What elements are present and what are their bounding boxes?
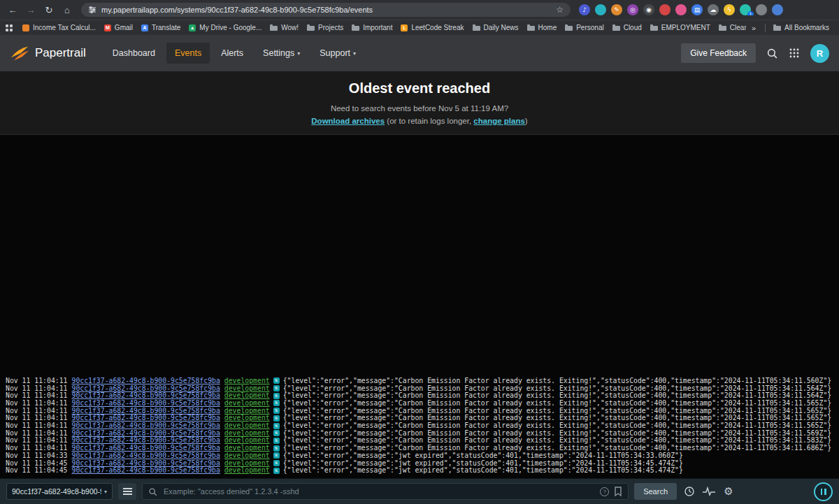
all-bookmarks-button[interactable]: All Bookmarks (769, 24, 833, 31)
log-program-link[interactable]: development (224, 422, 270, 429)
nav-item[interactable]: Settings ▾ (254, 43, 308, 64)
change-plans-link[interactable]: change plans (473, 117, 525, 125)
bookmark-favicon: L (401, 24, 408, 31)
forward-icon[interactable]: → (22, 1, 39, 18)
saved-searches-menu-icon[interactable] (118, 483, 136, 500)
tab-groups-grid-icon[interactable] (6, 24, 13, 31)
site-info-icon[interactable] (88, 6, 96, 14)
home-icon[interactable]: ⌂ (59, 1, 76, 18)
log-event-row: Nov 11 11:04:1190cc1f37-a682-49c8-b900-9… (6, 437, 839, 445)
help-icon[interactable]: ? (600, 487, 609, 496)
log-system-link[interactable]: 90cc1f37-a682-49c8-b900-9c5e758fc9ba (71, 377, 220, 384)
teal-extension-icon[interactable] (595, 4, 606, 15)
bookmark-item[interactable]: Wow! (266, 20, 303, 35)
bookmark-item[interactable]: A Translate (137, 20, 185, 35)
search-icon[interactable] (766, 48, 778, 59)
bookmark-item[interactable]: EMPLOYMENT (646, 20, 715, 35)
pink-extension-icon[interactable] (675, 4, 687, 15)
bookmark-item[interactable]: Home (523, 20, 561, 35)
log-system-link[interactable]: 90cc1f37-a682-49c8-b900-9c5e758fc9ba (71, 430, 220, 437)
profile-avatar-icon[interactable] (772, 4, 783, 15)
bookmark-item[interactable]: L LeetCode Streak (396, 20, 468, 35)
bookmark-item[interactable]: CleanCred (715, 20, 746, 35)
log-expand-icon[interactable]: ⇅ (273, 415, 280, 422)
pencil-extension-icon[interactable]: ✎ (611, 4, 622, 15)
log-system-link[interactable]: 90cc1f37-a682-49c8-b900-9c5e758fc9ba (71, 392, 220, 399)
log-program-link[interactable]: development (224, 430, 270, 437)
log-program-link[interactable]: development (224, 437, 270, 444)
log-expand-icon[interactable]: ⇅ (273, 423, 280, 429)
log-program-link[interactable]: development (224, 460, 270, 467)
nav-item[interactable]: Dashboard ▾ (104, 43, 164, 64)
system-selector-dropdown[interactable]: 90cc1f37-a682-49c8-b900-9c... ▾ (6, 483, 113, 500)
chat-extension-icon[interactable]: 1 (740, 4, 751, 15)
pause-stream-button[interactable] (814, 482, 833, 501)
save-search-bookmark-icon[interactable] (614, 487, 622, 496)
log-expand-icon[interactable]: ⇅ (273, 430, 280, 436)
log-expand-icon[interactable]: ⇅ (273, 460, 280, 466)
give-feedback-button[interactable]: Give Feedback (681, 43, 756, 63)
nav-item[interactable]: Events ▾ (166, 43, 210, 64)
log-program-link[interactable]: development (224, 408, 270, 415)
docs-extension-icon[interactable]: ▤ (691, 4, 703, 15)
log-system-link[interactable]: 90cc1f37-a682-49c8-b900-9c5e758fc9ba (71, 460, 220, 467)
bookmark-item[interactable]: Income Tax Calcul... (18, 20, 100, 35)
log-program-link[interactable]: development (224, 415, 270, 422)
settings-gear-icon[interactable]: ⚙ (722, 484, 736, 498)
bookmarks-overflow-icon[interactable]: » (746, 24, 761, 32)
log-program-link[interactable]: development (224, 377, 270, 384)
log-expand-icon[interactable]: ⇅ (273, 400, 280, 406)
puzzle-extension-icon[interactable] (756, 4, 767, 15)
log-system-link[interactable]: 90cc1f37-a682-49c8-b900-9c5e758fc9ba (71, 437, 220, 444)
cloud-extension-icon[interactable]: ☁ (708, 4, 719, 15)
back-icon[interactable]: ← (4, 1, 21, 18)
bookmark-item[interactable]: Personal (561, 20, 608, 35)
log-program-link[interactable]: development (224, 445, 270, 452)
red-extension-icon[interactable] (659, 4, 671, 15)
log-expand-icon[interactable]: ⇅ (273, 393, 280, 399)
log-system-link[interactable]: 90cc1f37-a682-49c8-b900-9c5e758fc9ba (71, 400, 220, 407)
apps-grid-icon[interactable] (789, 48, 800, 59)
log-system-link[interactable]: 90cc1f37-a682-49c8-b900-9c5e758fc9ba (71, 422, 220, 429)
log-expand-icon[interactable]: ⇅ (273, 385, 280, 391)
record-extension-icon[interactable]: ◉ (643, 4, 654, 15)
download-archives-link[interactable]: Download archives (311, 117, 385, 125)
bookmark-item[interactable]: ▲ My Drive - Google... (185, 20, 266, 35)
velocity-graph-icon[interactable] (702, 484, 716, 498)
wheel-extension-icon[interactable]: ◎ (627, 4, 638, 15)
log-expand-icon[interactable]: ⇅ (273, 445, 280, 452)
log-expand-icon[interactable]: ⇅ (273, 408, 280, 414)
log-program-link[interactable]: development (224, 385, 270, 392)
log-program-link[interactable]: development (224, 452, 270, 459)
lightning-extension-icon[interactable]: ϟ (724, 4, 735, 15)
bookmark-item[interactable]: Cloud (608, 20, 646, 35)
log-system-link[interactable]: 90cc1f37-a682-49c8-b900-9c5e758fc9ba (71, 408, 220, 415)
nav-item[interactable]: Alerts ▾ (213, 43, 252, 64)
bookmark-item[interactable]: M Gmail (100, 20, 137, 35)
log-system-link[interactable]: 90cc1f37-a682-49c8-b900-9c5e758fc9ba (71, 467, 220, 474)
search-button[interactable]: Search (634, 483, 677, 500)
music-extension-icon[interactable]: ♪ (579, 4, 590, 15)
log-expand-icon[interactable]: ⇅ (273, 468, 280, 474)
log-system-link[interactable]: 90cc1f37-a682-49c8-b900-9c5e758fc9ba (71, 452, 220, 459)
log-expand-icon[interactable]: ⇅ (273, 452, 280, 459)
bookmark-star-icon[interactable]: ☆ (556, 5, 564, 15)
log-program-link[interactable]: development (224, 400, 270, 407)
reload-icon[interactable]: ↻ (41, 1, 57, 18)
bookmark-item[interactable]: Important (347, 20, 396, 35)
solarwinds-logo-icon[interactable] (10, 43, 29, 63)
log-program-link[interactable]: development (224, 392, 270, 399)
log-system-link[interactable]: 90cc1f37-a682-49c8-b900-9c5e758fc9ba (71, 445, 220, 452)
log-expand-icon[interactable]: ⇅ (273, 438, 280, 444)
log-system-link[interactable]: 90cc1f37-a682-49c8-b900-9c5e758fc9ba (71, 385, 220, 392)
bookmark-item[interactable]: Daily News (468, 20, 523, 35)
bookmark-item[interactable]: Projects (303, 20, 347, 35)
user-avatar[interactable]: R (810, 44, 829, 63)
search-input[interactable] (162, 487, 595, 496)
log-program-link[interactable]: development (224, 467, 270, 474)
log-expand-icon[interactable]: ⇅ (273, 377, 280, 384)
nav-item[interactable]: Support ▾ (311, 43, 364, 64)
log-system-link[interactable]: 90cc1f37-a682-49c8-b900-9c5e758fc9ba (71, 415, 220, 422)
address-bar[interactable]: my.papertrailapp.com/systems/90cc1f37-a6… (81, 3, 571, 17)
time-jump-clock-icon[interactable] (682, 484, 696, 498)
